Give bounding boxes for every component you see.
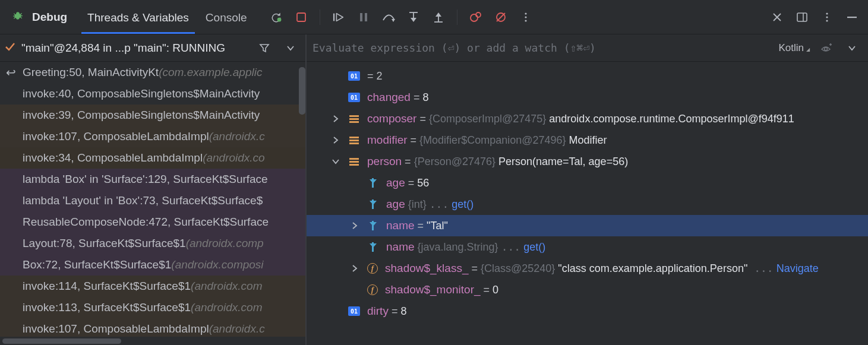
- layout-icon[interactable]: [792, 7, 812, 27]
- step-out-icon[interactable]: [428, 7, 449, 27]
- bug-icon: [12, 10, 24, 24]
- stack-frame[interactable]: invoke:114, SurfaceKt$Surface$1 (android…: [0, 276, 305, 297]
- variables-list[interactable]: 01= 201changed = 8composer = {ComposerIm…: [307, 62, 868, 345]
- stack-frame[interactable]: Box:72, SurfaceKt$Surface$1 (androidx.co…: [0, 254, 305, 276]
- svg-point-22: [826, 20, 828, 21]
- svg-rect-29: [349, 121, 359, 123]
- tree-twistie-icon[interactable]: [349, 222, 360, 229]
- dropdown-icon[interactable]: [280, 38, 301, 58]
- variable-row[interactable]: 01= 2: [307, 65, 868, 87]
- mute-breakpoints-icon[interactable]: [491, 7, 511, 27]
- variable-name: composer: [367, 112, 416, 125]
- tab-threads-variables[interactable]: Threads & Variables: [81, 2, 195, 33]
- separator: [320, 10, 320, 25]
- svg-rect-1: [297, 13, 305, 21]
- tab-console[interactable]: Console: [200, 2, 253, 33]
- variable-value: 8: [422, 91, 428, 103]
- svg-rect-27: [349, 115, 359, 117]
- frame-location: (androidx.co: [203, 151, 265, 164]
- variable-type-hint: {Class@25240}: [481, 262, 555, 274]
- more-icon[interactable]: [516, 7, 536, 27]
- rerun-icon[interactable]: [266, 7, 286, 27]
- tree-twistie-icon[interactable]: [330, 137, 341, 144]
- step-into-icon[interactable]: [403, 7, 424, 27]
- resume-icon[interactable]: [329, 7, 349, 27]
- tree-twistie-icon[interactable]: [330, 115, 341, 122]
- svg-rect-30: [349, 137, 359, 138]
- frame-text: invoke:39, ComposableSingletons$MainActi…: [23, 109, 260, 122]
- eval-dropdown-icon[interactable]: [842, 38, 862, 58]
- hide-icon[interactable]: [842, 7, 862, 27]
- field-icon: [367, 242, 379, 252]
- check-icon: [5, 42, 15, 55]
- variable-name: modifier: [367, 134, 408, 146]
- variable-row[interactable]: name = "Tal": [307, 215, 868, 236]
- stack-frame[interactable]: Layout:78, SurfaceKt$Surface$1 (androidx…: [0, 233, 305, 254]
- variable-value: Modifier: [566, 134, 607, 146]
- frame-text: Greeting:50, MainActivityKt: [23, 66, 159, 79]
- variable-row[interactable]: fshadow$_monitor_ = 0: [307, 279, 868, 300]
- variable-equals: =: [481, 284, 493, 296]
- variable-name: name: [386, 240, 415, 253]
- thread-status[interactable]: "main"@24,884 in ...p "main": RUNNING: [21, 42, 248, 55]
- variable-equals: =: [402, 156, 414, 167]
- frame-text: invoke:40, ComposableSingletons$MainActi…: [23, 87, 260, 100]
- variable-row[interactable]: age {int} ... get(): [307, 194, 868, 215]
- frame-location: (com.example.applic: [159, 66, 262, 79]
- variable-value: "Tal": [427, 220, 448, 232]
- vertical-scrollbar[interactable]: [299, 67, 305, 115]
- variable-row[interactable]: age = 56: [307, 172, 868, 194]
- variable-type-hint: {int}: [405, 198, 430, 210]
- horizontal-scrollbar[interactable]: [0, 337, 305, 345]
- step-over-icon[interactable]: [378, 7, 399, 27]
- variable-row[interactable]: 01changed = 8: [307, 87, 868, 108]
- variable-row[interactable]: person = {Person@27476} Person(name=Tal,…: [307, 151, 868, 172]
- variable-row[interactable]: fshadow$_klass_ = {Class@25240} "class c…: [307, 258, 868, 279]
- stack-frame[interactable]: ReusableComposeNode:472, SurfaceKt$Surfa…: [0, 211, 305, 233]
- int-badge-icon: 01: [348, 71, 360, 81]
- variable-action-link[interactable]: get(): [449, 198, 474, 210]
- frames-list[interactable]: Greeting:50, MainActivityKt (com.example…: [0, 62, 305, 337]
- stack-frame[interactable]: Greeting:50, MainActivityKt (com.example…: [0, 62, 305, 83]
- stop-icon[interactable]: [291, 7, 311, 27]
- pause-icon[interactable]: [353, 7, 374, 27]
- field-icon: [367, 178, 379, 188]
- frame-text: invoke:107, ComposableLambdaImpl: [23, 130, 209, 143]
- stack-frame[interactable]: invoke:40, ComposableSingletons$MainActi…: [0, 83, 305, 105]
- filter-icon[interactable]: [254, 38, 274, 58]
- variable-row[interactable]: modifier = {Modifier$Companion@27496} Mo…: [307, 129, 868, 151]
- stack-frame[interactable]: invoke:34, ComposableLambdaImpl (android…: [0, 147, 305, 169]
- stack-frame[interactable]: invoke:113, SurfaceKt$Surface$1 (android…: [0, 297, 305, 318]
- tree-twistie-icon[interactable]: [330, 159, 341, 164]
- variable-type-hint: {Person@27476}: [414, 156, 495, 167]
- variable-action-link[interactable]: get(): [520, 241, 545, 253]
- stack-frame[interactable]: lambda 'Box' in 'Surface':129, SurfaceKt…: [0, 169, 305, 190]
- variable-row[interactable]: composer = {ComposerImpl@27475} androidx…: [307, 108, 868, 129]
- close-icon[interactable]: [767, 7, 787, 27]
- svg-rect-32: [349, 143, 359, 144]
- variable-value: 56: [417, 177, 429, 189]
- variable-name: shadow$_monitor_: [385, 283, 481, 296]
- options-icon[interactable]: [817, 7, 837, 27]
- variable-equals: =: [405, 177, 418, 189]
- variable-row[interactable]: 01dirty = 8: [307, 300, 868, 322]
- variable-action-link[interactable]: Navigate: [774, 262, 819, 274]
- variable-row[interactable]: name {java.lang.String} ... get(): [307, 236, 868, 258]
- field-icon: [367, 200, 379, 209]
- variable-equals: =: [389, 305, 401, 317]
- svg-rect-18: [797, 13, 807, 21]
- stack-frame[interactable]: invoke:107, ComposableLambdaImpl (androi…: [0, 126, 305, 147]
- evaluate-input[interactable]: Evaluate expression (⏎) or add a watch (…: [313, 42, 772, 54]
- view-breakpoints-icon[interactable]: [466, 7, 486, 27]
- variable-equals: = 2: [367, 70, 383, 82]
- field-circle-icon: f: [367, 263, 378, 274]
- svg-rect-3: [360, 13, 362, 21]
- panel-title: Debug: [32, 11, 67, 24]
- stack-frame[interactable]: invoke:39, ComposableSingletons$MainActi…: [0, 105, 305, 126]
- tree-twistie-icon[interactable]: [349, 265, 360, 272]
- add-watch-icon[interactable]: [816, 38, 836, 58]
- frame-location: (androidx.c: [209, 130, 265, 143]
- stack-frame[interactable]: lambda 'Layout' in 'Box':73, SurfaceKt$S…: [0, 190, 305, 211]
- stack-frame[interactable]: invoke:107, ComposableLambdaImpl (androi…: [0, 318, 305, 337]
- language-selector[interactable]: Kotlin: [778, 42, 810, 54]
